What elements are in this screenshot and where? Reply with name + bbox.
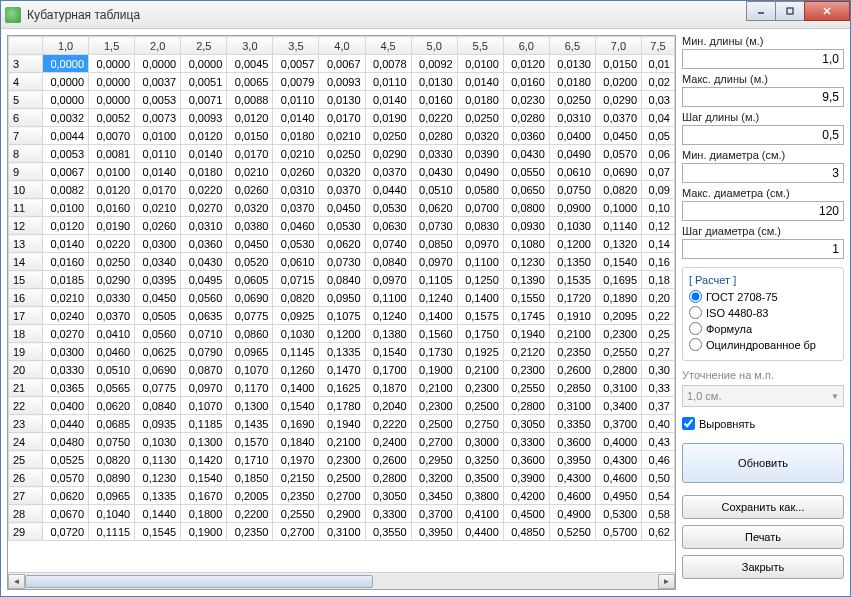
row-header[interactable]: 18 <box>9 325 43 343</box>
cell[interactable]: 0,0450 <box>135 289 181 307</box>
cell[interactable]: 0,1115 <box>89 523 135 541</box>
cell[interactable]: 0,05 <box>642 127 675 145</box>
cell[interactable]: 0,2900 <box>319 505 365 523</box>
col-header[interactable]: 5,5 <box>457 37 503 55</box>
cell[interactable]: 0,0460 <box>273 217 319 235</box>
cell[interactable]: 0,4900 <box>549 505 595 523</box>
cell[interactable]: 0,0160 <box>89 199 135 217</box>
cell[interactable]: 0,1100 <box>457 253 503 271</box>
cell[interactable]: 0,0360 <box>181 235 227 253</box>
cell[interactable]: 0,0525 <box>43 451 89 469</box>
cell[interactable]: 0,0370 <box>365 163 411 181</box>
cell[interactable]: 0,0210 <box>273 145 319 163</box>
row-header[interactable]: 27 <box>9 487 43 505</box>
cell[interactable]: 0,4400 <box>457 523 503 541</box>
scroll-thumb[interactable] <box>25 575 373 588</box>
align-checkbox-row[interactable]: Выровнять <box>682 417 844 430</box>
cell[interactable]: 0,0775 <box>227 307 273 325</box>
cell[interactable]: 0,0550 <box>503 163 549 181</box>
print-button[interactable]: Печать <box>682 525 844 549</box>
cell[interactable]: 0,3950 <box>411 523 457 541</box>
cell[interactable]: 0,2750 <box>457 415 503 433</box>
cell[interactable]: 0,25 <box>642 325 675 343</box>
cell[interactable]: 0,20 <box>642 289 675 307</box>
cell[interactable]: 0,0870 <box>181 361 227 379</box>
cell[interactable]: 0,0970 <box>365 271 411 289</box>
cell[interactable]: 0,0965 <box>227 343 273 361</box>
cell[interactable]: 0,1260 <box>273 361 319 379</box>
cell[interactable]: 0,1910 <box>549 307 595 325</box>
cell[interactable]: 0,1750 <box>457 325 503 343</box>
cell[interactable]: 0,0430 <box>181 253 227 271</box>
cell[interactable]: 0,0000 <box>89 55 135 73</box>
cell[interactable]: 0,1320 <box>595 235 641 253</box>
cell[interactable]: 0,0850 <box>411 235 457 253</box>
cell[interactable]: 0,0750 <box>549 181 595 199</box>
col-header[interactable]: 2,0 <box>135 37 181 55</box>
cell[interactable]: 0,3250 <box>457 451 503 469</box>
cell[interactable]: 0,1200 <box>319 325 365 343</box>
cell[interactable]: 0,0690 <box>227 289 273 307</box>
cell[interactable]: 0,06 <box>642 145 675 163</box>
cell[interactable]: 0,0210 <box>227 163 273 181</box>
cell[interactable]: 0,0140 <box>43 235 89 253</box>
cell[interactable]: 0,0800 <box>503 199 549 217</box>
cell[interactable]: 0,2300 <box>411 397 457 415</box>
cell[interactable]: 0,0110 <box>365 73 411 91</box>
cell[interactable]: 0,1720 <box>549 289 595 307</box>
row-header[interactable]: 3 <box>9 55 43 73</box>
cell[interactable]: 0,0140 <box>135 163 181 181</box>
cell[interactable]: 0,1900 <box>181 523 227 541</box>
cell[interactable]: 0,1575 <box>457 307 503 325</box>
col-header[interactable]: 6,0 <box>503 37 549 55</box>
cell[interactable]: 0,0280 <box>411 127 457 145</box>
cell[interactable]: 0,01 <box>642 55 675 73</box>
cell[interactable]: 0,0053 <box>135 91 181 109</box>
cell[interactable]: 0,1670 <box>181 487 227 505</box>
cell[interactable]: 0,30 <box>642 361 675 379</box>
cell[interactable]: 0,0775 <box>135 379 181 397</box>
cell[interactable]: 0,0140 <box>457 73 503 91</box>
cell[interactable]: 0,1100 <box>365 289 411 307</box>
cell[interactable]: 0,1070 <box>227 361 273 379</box>
cell[interactable]: 0,1400 <box>273 379 319 397</box>
cell[interactable]: 0,2220 <box>365 415 411 433</box>
cell[interactable]: 0,3200 <box>411 469 457 487</box>
col-header[interactable]: 3,0 <box>227 37 273 55</box>
cell[interactable]: 0,0370 <box>595 109 641 127</box>
cell[interactable]: 0,0000 <box>43 55 89 73</box>
cell[interactable]: 0,1540 <box>181 469 227 487</box>
cell[interactable]: 0,2800 <box>503 397 549 415</box>
col-header[interactable]: 4,0 <box>319 37 365 55</box>
row-header[interactable]: 17 <box>9 307 43 325</box>
cell[interactable]: 0,0650 <box>503 181 549 199</box>
col-header[interactable]: 3,5 <box>273 37 319 55</box>
cell[interactable]: 0,0000 <box>181 55 227 73</box>
table-scroll[interactable]: 1,01,52,02,53,03,54,04,55,05,56,06,57,07… <box>8 36 675 572</box>
cell[interactable]: 0,0180 <box>273 127 319 145</box>
max-dia-input[interactable] <box>682 201 844 221</box>
cell[interactable]: 0,1240 <box>365 307 411 325</box>
cell[interactable]: 0,0093 <box>319 73 365 91</box>
cell[interactable]: 0,1730 <box>411 343 457 361</box>
cell[interactable]: 0,2100 <box>319 433 365 451</box>
cell[interactable]: 0,0150 <box>595 55 641 73</box>
cell[interactable]: 0,0840 <box>319 271 365 289</box>
cell[interactable]: 0,2100 <box>411 379 457 397</box>
cell[interactable]: 0,1440 <box>135 505 181 523</box>
cell[interactable]: 0,0280 <box>503 109 549 127</box>
cell[interactable]: 0,1435 <box>227 415 273 433</box>
cell[interactable]: 0,1240 <box>411 289 457 307</box>
cell[interactable]: 0,1230 <box>503 253 549 271</box>
max-length-input[interactable] <box>682 87 844 107</box>
cell[interactable]: 0,0250 <box>89 253 135 271</box>
cell[interactable]: 0,2300 <box>595 325 641 343</box>
cell[interactable]: 0,0180 <box>181 163 227 181</box>
cell[interactable]: 0,0840 <box>135 397 181 415</box>
cell[interactable]: 0,3350 <box>549 415 595 433</box>
cell[interactable]: 0,1560 <box>411 325 457 343</box>
cell[interactable]: 0,2350 <box>227 523 273 541</box>
cell[interactable]: 0,0450 <box>595 127 641 145</box>
cell[interactable]: 0,0820 <box>273 289 319 307</box>
cell[interactable]: 0,1400 <box>411 307 457 325</box>
